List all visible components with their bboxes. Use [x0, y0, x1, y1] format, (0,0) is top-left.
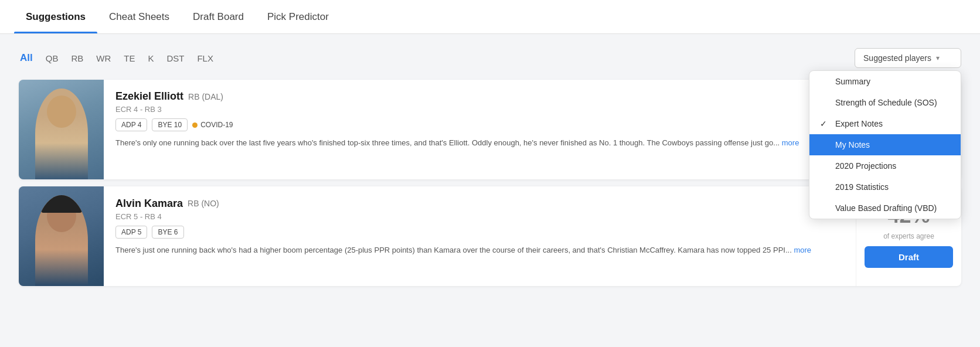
player-blurb: There's just one running back who's had … [115, 244, 844, 256]
view-dropdown[interactable]: Suggested players ▾ [855, 48, 961, 68]
main-content: All QB RB WR TE K DST FLX Suggested play… [0, 34, 980, 307]
bye-badge: BYE 6 [152, 226, 183, 239]
menu-item-statistics[interactable]: 2019 Statistics [809, 176, 961, 198]
more-link[interactable]: more [782, 138, 799, 147]
player-badges: ADP 5 BYE 6 [115, 226, 844, 239]
view-dropdown-wrapper: Suggested players ▾ Summary Strength of … [855, 48, 961, 68]
covid-badge: COVID-19 [192, 121, 233, 129]
filter-dst[interactable]: DST [165, 51, 185, 66]
menu-item-expert-notes[interactable]: ✓ Expert Notes [809, 113, 961, 134]
filter-te[interactable]: TE [122, 51, 136, 66]
nav-item-pick-predictor[interactable]: Pick Predictor [256, 0, 341, 33]
filter-bar: All QB RB WR TE K DST FLX Suggested play… [19, 48, 961, 68]
experts-label: of experts agree [883, 232, 934, 240]
more-link[interactable]: more [794, 246, 811, 254]
player-position: RB (DAL) [188, 92, 223, 101]
dropdown-menu: Summary Strength of Schedule (SOS) ✓ Exp… [809, 70, 961, 219]
dropdown-label: Suggested players [863, 53, 931, 63]
position-filters: All QB RB WR TE K DST FLX [19, 50, 215, 66]
menu-item-sos[interactable]: Strength of Schedule (SOS) [809, 92, 961, 113]
player-name: Alvin Kamara [115, 198, 183, 210]
menu-item-my-notes[interactable]: My Notes [809, 134, 961, 155]
menu-item-projections[interactable]: 2020 Projections [809, 155, 961, 176]
filter-all[interactable]: All [19, 50, 34, 66]
nav-bar: Suggestions Cheat Sheets Draft Board Pic… [0, 0, 980, 34]
player-name: Ezekiel Elliott [115, 90, 183, 103]
filter-qb[interactable]: QB [45, 51, 60, 66]
chevron-down-icon: ▾ [936, 54, 940, 62]
player-info-alvin-kamara: Alvin Kamara RB (NO) ☆ ⋮ ECR 5 - RB 4 AD… [104, 186, 856, 286]
filter-flx[interactable]: FLX [196, 51, 215, 66]
player-info-ezekiel-elliott: Ezekiel Elliott RB (DAL) ECR 4 - RB 3 AD… [104, 80, 856, 179]
player-photo-ezekiel-elliott [19, 80, 104, 179]
player-blurb: There's only one running back over the l… [115, 137, 844, 149]
bye-badge: BYE 10 [152, 118, 188, 131]
nav-item-cheat-sheets[interactable]: Cheat Sheets [97, 0, 181, 33]
player-badges: ADP 4 BYE 10 COVID-19 [115, 118, 844, 131]
adp-badge: ADP 4 [115, 118, 147, 131]
filter-wr[interactable]: WR [95, 51, 112, 66]
player-ecr: ECR 4 - RB 3 [115, 105, 844, 114]
filter-rb[interactable]: RB [70, 51, 84, 66]
menu-item-vbd[interactable]: Value Based Drafting (VBD) [809, 198, 961, 219]
nav-item-suggestions[interactable]: Suggestions [14, 0, 97, 33]
menu-item-summary[interactable]: Summary [809, 71, 961, 92]
filter-k[interactable]: K [147, 51, 155, 66]
player-photo-alvin-kamara [19, 186, 104, 286]
nav-item-draft-board[interactable]: Draft Board [181, 0, 256, 33]
adp-badge: ADP 5 [115, 226, 147, 239]
covid-dot-icon [192, 123, 198, 128]
draft-button-alvin-kamara[interactable]: Draft [865, 246, 953, 268]
player-position: RB (NO) [188, 199, 219, 208]
player-ecr: ECR 5 - RB 4 [115, 212, 844, 221]
